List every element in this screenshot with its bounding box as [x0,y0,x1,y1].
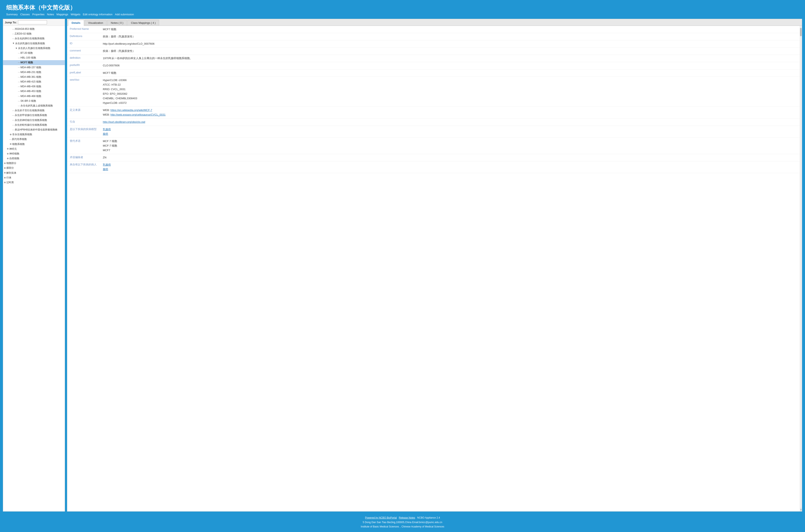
detail-value-1: 疾病：腺癌（乳腺原发性） [103,34,797,39]
tree-dash: — [18,90,20,93]
release-notes-link[interactable]: Release Notes [399,516,415,519]
tab-3[interactable]: Class Mappings ( 4 ) [127,20,159,26]
tree-dash: — [18,94,20,98]
nav-widgets[interactable]: Widgets [71,13,80,16]
powered-by-link[interactable]: Powered by NCBO BioPortal [365,516,397,519]
tree-item-label: 解剖实体 [6,171,16,175]
tree-item-t27[interactable]: ⊕神经细胞 [3,151,65,156]
nav-add[interactable]: Add submission [115,13,134,16]
tree-dash: — [18,80,20,84]
tree-item-t6[interactable]: —BT-20 细胞 [3,51,65,55]
tree-toggle[interactable]: ⊕ [6,147,9,151]
tree-item-t15[interactable]: —MDA-MB-468 细胞 [3,94,65,99]
detail-link[interactable]: 乳腺癌 [103,163,111,166]
tree-item-label: 神经元 [9,147,17,151]
tree-item-t30[interactable]: ⊕膜部分 [3,166,65,170]
tree-toggle[interactable]: ⊕ [6,157,9,160]
tree-item-t24[interactable]: —原代培养细胞 [3,137,65,141]
tree-toggle[interactable]: ⊕ [3,171,6,175]
detail-value-line: HyperCLDB: cl3366 [103,78,797,82]
tree-item-label: MDA-MB-361 细胞 [20,75,41,79]
detail-value-link-item: http://purl.obolibrary.org/obo/clo.owl [103,120,797,124]
tree-item-label: 非永生细胞系细胞 [12,133,32,136]
main-nav: SummaryClassesPropertiesNotesMappingsWid… [6,13,799,16]
detail-link[interactable]: 乳腺癌 [103,128,111,131]
tree-item-t14[interactable]: —MDA-MB-453 细胞 [3,89,65,94]
nav-notes[interactable]: Notes [47,13,54,16]
tree-item-t20[interactable]: —永生的神经核衍生细胞系细胞 [3,118,65,122]
tree-item-t5[interactable]: ▼永生的人乳腺衍生细胞系细胞 [3,46,65,51]
detail-value-link-item: WEB: https://en.wikipedia.org/wiki/MCF-7 [103,108,797,113]
tree-item-label: 永生的人乳腺衍生细胞系细胞 [18,46,50,50]
right-scroll-area: Preferred NameMCF7 细胞Definitions疾病：腺癌（乳腺… [67,26,802,511]
tree-item-t19[interactable]: —永生的甲状腺衍生细胞系细胞 [3,113,65,118]
tree-item-t12[interactable]: —MDA-MB-415 细胞 [3,79,65,84]
tree-item-t23[interactable]: ⊕非永生细胞系细胞 [3,132,65,137]
link-prefix: WEB: [103,113,110,116]
tree-toggle[interactable]: ⊕ [6,152,9,156]
tree-item-t33[interactable]: ⊕过时类 [3,180,65,185]
tree-dash: — [18,85,20,89]
nav-properties[interactable]: Properties [32,13,44,16]
tree-item-t16[interactable]: —SK-BR-3 细胞 [3,99,65,103]
tree-toggle[interactable]: ▼ [15,46,18,50]
detail-link[interactable]: 腺癌 [103,168,108,171]
tab-1[interactable]: Visualization [85,20,107,26]
tree-item-t28[interactable]: ⊕自然细胞 [3,156,65,161]
tree-item-t26[interactable]: ⊕神经元 [3,147,65,151]
tree-item-t13[interactable]: —MDA-MB-436 细胞 [3,84,65,89]
nav-edit[interactable]: Edit ontology information [83,13,112,16]
tree-item-t22[interactable]: —表达HP6H8抗体的中国仓鼠卵巢细胞株 [3,127,65,132]
tree-item-t2[interactable]: —ZJED0-02 细胞 [3,32,65,36]
jump-to-input[interactable] [18,20,47,24]
tree-toggle[interactable]: ⊕ [3,176,6,180]
jump-to-bar: Jump To: [3,19,65,26]
tree-item-t18[interactable]: —永生的子宫衍生细胞系细胞 [3,108,65,113]
nav-mappings[interactable]: Mappings [56,13,68,16]
tree-item-t17[interactable]: —永生化的乳腺上皮细胞系细胞 [3,103,65,108]
right-scrollbar[interactable]: ▼ [800,26,802,511]
detail-value-line: MCF 7 细胞 [103,139,797,144]
detail-link[interactable]: http://purl.obolibrary.org/obo/clo.owl [103,120,145,124]
detail-value-6: MCF7 细胞 [103,71,797,75]
tree-item-t4[interactable]: ▼永生的乳腺衍生细胞系细胞 [3,41,65,46]
tree-toggle[interactable]: ⊕ [3,166,6,170]
version-text: NCBO Appliance 2.4 [417,516,440,519]
detail-label-6: prefLabel [70,71,103,74]
tree-item-t9[interactable]: —MDA-MB-157 细胞 [3,65,65,70]
tree-dash: — [12,114,15,117]
left-panel: Jump To: —X63AG8.653 细胞—ZJED0-02 细胞—永生化的… [3,19,65,512]
tree-item-t21[interactable]: —永生的蛀性腺衍生细胞系细胞 [3,122,65,127]
tree-toggle[interactable]: ⊕ [9,133,12,136]
detail-value-link-item: 腺癌 [103,167,797,172]
tab-0[interactable]: Details [68,20,84,26]
detail-label-4: definition [70,56,103,59]
tree-item-t10[interactable]: —MDA-MB-231 细胞 [3,70,65,75]
detail-link[interactable]: http://web.expasy.org/cellosaurus/CVCL_0… [110,113,165,116]
detail-row-10: 是以下疾病的疾病模型乳腺癌腺癌 [67,126,800,138]
tree-item-t3[interactable]: —永生化的肺衍生细胞系细胞 [3,36,65,41]
detail-link[interactable]: https://en.wikipedia.org/wiki/MCF-7 [110,109,152,112]
tree-scroll-container: —X63AG8.653 细胞—ZJED0-02 细胞—永生化的肺衍生细胞系细胞▼… [3,26,65,511]
tree-toggle[interactable]: ⊕ [3,181,6,185]
tree-item-t29[interactable]: ⊕细胞部分 [3,161,65,166]
detail-link[interactable]: 腺癌 [103,132,108,135]
tree-item-t8[interactable]: —MCF7 细胞 [3,60,65,65]
detail-label-8: 定义来源 [70,108,103,112]
nav-summary[interactable]: Summary [6,13,18,16]
tree-toggle[interactable]: ⊕ [9,142,12,146]
detail-row-5: prefixIRICLO:0007606 [67,62,800,69]
tree-toggle[interactable]: ▼ [12,41,15,45]
tree-dash: — [12,123,15,127]
tree-item-t11[interactable]: —MDA-MB-361 细胞 [3,75,65,79]
tree-item-t1[interactable]: —X63AG8.653 细胞 [3,27,65,32]
tree-item-t7[interactable]: —HBL-100 细胞 [3,55,65,60]
tree-toggle[interactable]: ⊕ [3,162,6,165]
tree-item-t25[interactable]: ⊕细胞系细胞 [3,142,65,147]
tab-2[interactable]: Notes ( 0 ) [107,20,127,26]
tree-item-label: 膜部分 [6,166,14,170]
nav-classes[interactable]: Classes [20,13,30,16]
tree-item-t32[interactable]: ⊕行体 [3,175,65,180]
detail-value-line: MCF-7 细胞 [103,144,797,148]
tree-item-t31[interactable]: ⊕解剖实体 [3,171,65,175]
